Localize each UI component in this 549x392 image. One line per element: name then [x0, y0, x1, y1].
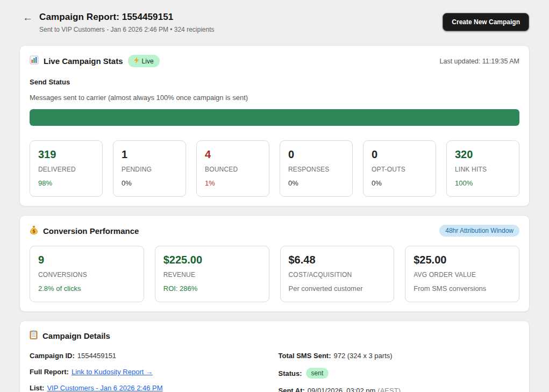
- detail-label: Campaign ID:: [30, 352, 75, 360]
- clipboard-icon: [30, 330, 38, 341]
- conversion-title: Conversion Performance: [43, 226, 139, 236]
- stat-label: COST/ACQUISITION: [289, 271, 386, 279]
- stat-card-pending: 1 PENDING 0%: [113, 140, 186, 197]
- campaign-report-page: ← Campaign Report: 1554459151 Sent to VI…: [0, 0, 549, 392]
- stat-card-conversions: 9 CONVERSIONS 2.8% of clicks: [30, 246, 144, 302]
- detail-label: Status:: [279, 369, 302, 377]
- stat-card-opt-outs: 0 OPT-OUTS 0%: [363, 140, 436, 197]
- back-arrow-icon[interactable]: ←: [23, 12, 34, 23]
- stat-value: $6.48: [289, 254, 386, 266]
- stat-sub: 0%: [122, 179, 177, 187]
- detail-row-total-sms: Total SMS Sent: 972 (324 x 3 parts): [279, 352, 520, 360]
- stat-label: CONVERSIONS: [38, 271, 136, 279]
- stat-card-link-hits: 320 LINK HITS 100%: [446, 140, 519, 197]
- stat-card-responses: 0 RESPONSES 0%: [280, 140, 353, 197]
- stat-label: BOUNCED: [205, 166, 261, 173]
- stat-label: DELIVERED: [38, 166, 94, 173]
- page-header: ← Campaign Report: 1554459151 Sent to VI…: [19, 12, 530, 33]
- stat-label: OPT-OUTS: [372, 166, 427, 173]
- stat-card-revenue: $225.00 REVENUE ROI: 286%: [155, 246, 269, 302]
- page-title: Campaign Report: 1554459151: [39, 12, 173, 23]
- detail-row-full-report: Full Report: Link to Kudosity Report →: [30, 368, 271, 376]
- create-new-campaign-button[interactable]: Create New Campaign: [443, 13, 529, 31]
- stat-value: $225.00: [163, 254, 261, 266]
- page-subtitle: Sent to VIP Customers - Jan 6 2026 2:46 …: [39, 26, 215, 33]
- detail-row-sent-at: Sent At: 09/01/2026, 03:02 pm (AEST): [279, 387, 520, 392]
- sent-at-timezone: (AEST): [377, 387, 401, 392]
- stat-sub: Per converted customer: [289, 284, 386, 293]
- stat-value: 320: [455, 148, 511, 161]
- stat-label: RESPONSES: [288, 166, 344, 173]
- details-title: Campaign Details: [42, 331, 110, 340]
- send-status-description: Messages sent to carrier (almost always …: [30, 94, 519, 102]
- kudosity-report-link[interactable]: Link to Kudosity Report →: [72, 368, 153, 376]
- campaign-id-value: 1554459151: [77, 352, 116, 360]
- last-updated-text: Last updated: 11:19:35 AM: [440, 58, 520, 65]
- live-stats-title: Live Campaign Stats: [44, 56, 123, 66]
- stat-card-cost-acquisition: $6.48 COST/ACQUISITION Per converted cus…: [280, 246, 395, 302]
- send-progress-fill: [30, 109, 519, 126]
- detail-label: Total SMS Sent:: [279, 352, 331, 360]
- stat-value: 0: [372, 148, 427, 161]
- stat-sub: 0%: [372, 179, 427, 187]
- live-badge: Live: [128, 55, 160, 67]
- stat-value: 319: [38, 148, 94, 161]
- stat-label: LINK HITS: [455, 166, 511, 173]
- status-badge: sent: [306, 368, 329, 379]
- stat-card-bounced: 4 BOUNCED 1%: [196, 140, 269, 197]
- details-right-column: Total SMS Sent: 972 (324 x 3 parts) Stat…: [279, 352, 520, 392]
- money-bag-icon: $: [30, 225, 38, 237]
- stat-label: REVENUE: [163, 271, 261, 279]
- stat-value: $25.00: [413, 254, 511, 266]
- live-campaign-stats-card: Live Campaign Stats Live Last updated: 1…: [19, 45, 530, 206]
- detail-row-campaign-id: Campaign ID: 1554459151: [30, 352, 271, 360]
- detail-label: Sent At:: [279, 387, 305, 392]
- detail-label: Full Report:: [30, 368, 69, 376]
- attribution-window-badge: 48hr Attribution Window: [439, 225, 519, 237]
- conversion-stats-grid: 9 CONVERSIONS 2.8% of clicks $225.00 REV…: [30, 246, 519, 302]
- stat-label: AVG ORDER VALUE: [413, 271, 511, 279]
- list-link[interactable]: VIP Customers - Jan 6 2026 2:46 PM: [47, 384, 162, 392]
- lightning-icon: [134, 57, 139, 65]
- stat-sub: From SMS conversions: [413, 284, 511, 293]
- detail-label: List:: [30, 384, 44, 392]
- stat-value: 0: [288, 148, 344, 161]
- send-status-heading: Send Status: [30, 78, 519, 86]
- stat-sub: 98%: [38, 179, 94, 187]
- stat-card-delivered: 319 DELIVERED 98%: [30, 140, 103, 197]
- svg-text:$: $: [32, 228, 35, 233]
- bar-chart-icon: [30, 55, 39, 67]
- stat-value: 1: [122, 148, 177, 161]
- campaign-details-card: Campaign Details Campaign ID: 1554459151…: [19, 320, 530, 392]
- stat-value: 9: [38, 254, 136, 266]
- details-left-column: Campaign ID: 1554459151 Full Report: Lin…: [30, 352, 271, 392]
- detail-row-list: List: VIP Customers - Jan 6 2026 2:46 PM: [30, 384, 271, 392]
- stat-sub: ROI: 286%: [163, 284, 261, 293]
- conversion-performance-card: $ Conversion Performance 48hr Attributio…: [19, 215, 530, 312]
- sent-at-value: 09/01/2026, 03:02 pm: [308, 387, 376, 392]
- stat-sub: 1%: [205, 179, 261, 187]
- details-grid: Campaign ID: 1554459151 Full Report: Lin…: [30, 352, 519, 392]
- detail-row-status: Status: sent: [279, 368, 520, 379]
- stat-value: 4: [205, 148, 261, 161]
- stat-sub: 100%: [455, 179, 511, 187]
- stat-sub: 0%: [288, 179, 344, 187]
- stat-sub: 2.8% of clicks: [38, 284, 136, 293]
- send-progress-bar: [30, 109, 519, 126]
- total-sms-value: 972 (324 x 3 parts): [333, 352, 392, 360]
- send-stats-grid: 319 DELIVERED 98% 1 PENDING 0% 4 BOUNCED…: [30, 140, 519, 197]
- stat-label: PENDING: [122, 166, 177, 173]
- stat-card-avg-order-value: $25.00 AVG ORDER VALUE From SMS conversi…: [405, 246, 519, 302]
